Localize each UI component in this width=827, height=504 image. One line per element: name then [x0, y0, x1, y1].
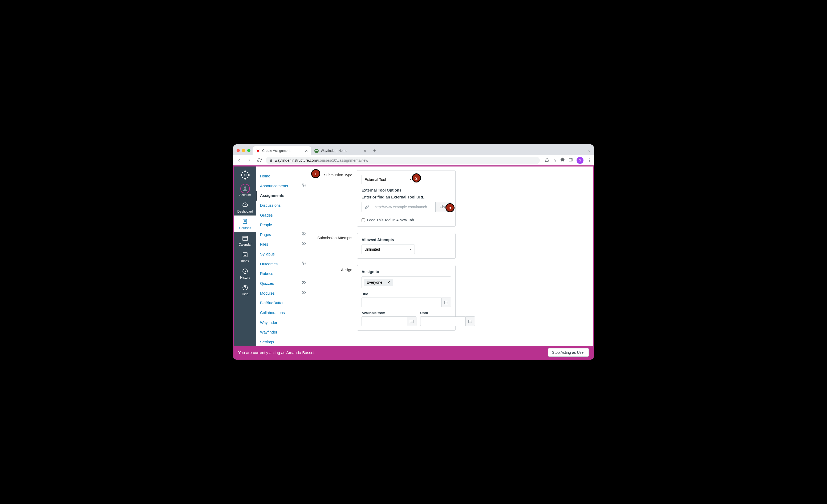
cn-wayfinder-1[interactable]: Wayfinder [256, 318, 309, 327]
assign-to-tag: Everyone ✕ [364, 279, 393, 286]
nav-courses[interactable]: Courses [234, 215, 256, 232]
assign-panel: Assign to Everyone ✕ Due [357, 265, 455, 331]
allowed-attempts-heading: Allowed Attempts [361, 238, 451, 242]
cn-collaborations[interactable]: Collaborations [256, 308, 309, 318]
canvas-logo[interactable] [240, 170, 250, 180]
lock-icon [269, 158, 273, 162]
global-nav: Account Dashboard Courses Calendar Inbox [234, 166, 256, 346]
until-input[interactable] [420, 316, 466, 326]
svg-point-11 [244, 187, 246, 189]
stop-acting-button[interactable]: Stop Acting as User [548, 348, 589, 357]
tab-create-assignment[interactable]: ✺ Create Assignment ✕ [253, 146, 311, 155]
nav-dashboard[interactable]: Dashboard [234, 199, 256, 215]
hidden-icon [302, 183, 306, 189]
cn-wayfinder-2[interactable]: Wayfinder [256, 327, 309, 337]
available-from-label: Available from [361, 311, 417, 315]
nav-history[interactable]: History [234, 265, 256, 282]
nav-label: Account [234, 193, 256, 197]
sidepanel-icon[interactable] [569, 158, 573, 163]
load-new-tab-checkbox[interactable] [361, 218, 365, 222]
submission-type-select[interactable]: External Tool [361, 175, 415, 184]
cn-grades[interactable]: Grades [256, 210, 309, 220]
reload-button[interactable] [256, 157, 263, 164]
svg-point-7 [247, 172, 249, 173]
allowed-attempts-select[interactable]: Unlimited [361, 245, 415, 254]
assign-to-value: Everyone [367, 280, 382, 285]
maximize-window[interactable] [247, 149, 250, 152]
masquerade-text: You are currently acting as Amanda Basse… [238, 350, 314, 355]
nav-inbox[interactable]: Inbox [234, 249, 256, 265]
due-label: Due [361, 292, 451, 296]
cn-quizzes[interactable]: Quizzes [256, 279, 309, 289]
ext-options-heading: External Tool Options [361, 188, 451, 192]
nav-label: History [234, 276, 256, 280]
due-date-picker[interactable] [441, 298, 451, 307]
close-tab-icon[interactable]: ✕ [305, 149, 308, 153]
cn-modules[interactable]: Modules [256, 289, 309, 298]
nav-label: Calendar [234, 243, 256, 246]
svg-point-3 [244, 178, 246, 180]
tab-wayfinder-home[interactable]: W Wayfinder | Home ✕ [311, 146, 370, 155]
cn-discussions[interactable]: Discussions [256, 201, 309, 210]
svg-line-12 [245, 204, 246, 205]
submission-type-label: Submission Type [317, 170, 357, 177]
forward-button[interactable] [246, 157, 253, 164]
until-picker[interactable] [466, 316, 475, 326]
nav-help[interactable]: Help [234, 282, 256, 298]
ext-url-heading: Enter or find an External Tool URL [361, 195, 451, 199]
svg-point-22 [245, 289, 245, 289]
cn-home[interactable]: Home [256, 171, 309, 181]
cn-bigbluebutton[interactable]: BigBlueButton [256, 298, 309, 308]
hidden-icon [302, 232, 306, 238]
cn-syllabus[interactable]: Syllabus [256, 249, 309, 259]
profile-avatar[interactable]: S [577, 157, 583, 164]
svg-point-9 [247, 177, 249, 179]
available-from-picker[interactable] [407, 316, 417, 326]
back-button[interactable] [236, 157, 242, 164]
attempts-label: Submission Attempts [317, 233, 357, 240]
nav-calendar[interactable]: Calendar [234, 232, 256, 249]
extensions-icon[interactable] [560, 157, 565, 163]
remove-tag-icon[interactable]: ✕ [387, 280, 390, 285]
tab-overflow-icon[interactable]: ⌄ [587, 148, 591, 155]
cn-files[interactable]: Files [256, 240, 309, 249]
assign-to-input[interactable]: Everyone ✕ [361, 276, 451, 288]
window-controls [236, 149, 253, 155]
load-new-tab-label: Load This Tool In A New Tab [367, 218, 414, 222]
cn-rubrics[interactable]: Rubrics [256, 269, 309, 279]
nav-account[interactable]: Account [234, 183, 256, 199]
due-date-input[interactable] [361, 298, 441, 307]
svg-point-8 [242, 177, 243, 179]
url-text: wayfinder.instructure.com/courses/105/as… [275, 158, 368, 162]
assign-label: Assign [317, 265, 357, 272]
avatar-icon [240, 184, 250, 193]
close-window[interactable] [237, 149, 240, 152]
share-icon[interactable] [545, 157, 549, 163]
assign-to-heading: Assign to [361, 269, 451, 274]
external-tool-url-input[interactable] [372, 202, 436, 212]
dashboard-icon [234, 202, 256, 209]
nav-label: Inbox [234, 259, 256, 263]
svg-rect-23 [445, 301, 448, 304]
svg-rect-19 [243, 253, 247, 257]
cn-assignments[interactable]: Assignments [256, 191, 309, 201]
attempts-panel: Allowed Attempts Unlimited [357, 233, 455, 259]
menu-kebab-icon[interactable]: ⋮ [587, 158, 591, 163]
close-tab-icon[interactable]: ✕ [363, 149, 367, 153]
courses-icon [234, 218, 256, 225]
cn-outcomes[interactable]: Outcomes [256, 259, 309, 269]
bookmark-icon[interactable]: ☆ [553, 158, 556, 163]
svg-rect-27 [469, 320, 472, 323]
cn-pages[interactable]: Pages [256, 230, 309, 240]
url-bar[interactable]: wayfinder.instructure.com/courses/105/as… [266, 157, 540, 164]
link-icon [361, 202, 372, 212]
new-tab-button[interactable]: + [371, 147, 378, 154]
minimize-window[interactable] [242, 149, 245, 152]
hidden-icon [302, 241, 306, 248]
available-from-input[interactable] [361, 316, 407, 326]
assignment-form: 1 2 3 Submission Type External Tool [309, 166, 593, 346]
nav-label: Dashboard [234, 210, 256, 213]
cn-settings[interactable]: Settings [256, 337, 309, 346]
cn-announcements[interactable]: Announcements [256, 181, 309, 191]
cn-people[interactable]: People [256, 220, 309, 230]
